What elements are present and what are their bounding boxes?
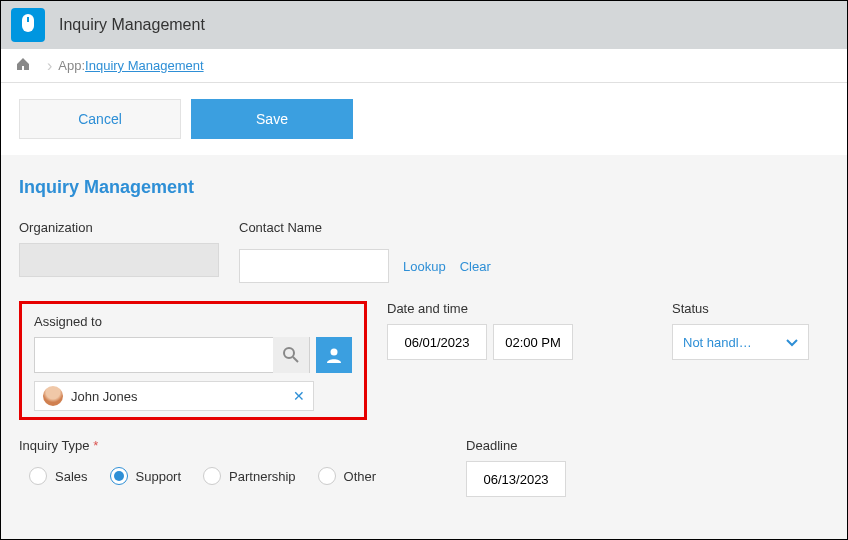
app-icon [11, 8, 45, 42]
radio-label: Sales [55, 469, 88, 484]
radio-icon [110, 467, 128, 485]
breadcrumb-prefix: App: [58, 58, 85, 73]
home-icon[interactable] [15, 56, 31, 75]
breadcrumb-link[interactable]: Inquiry Management [85, 58, 204, 73]
svg-rect-1 [27, 17, 29, 22]
app-title: Inquiry Management [59, 16, 205, 34]
clear-link[interactable]: Clear [460, 259, 491, 274]
status-dropdown[interactable]: Not handl… [672, 324, 809, 360]
contact-name-label: Contact Name [239, 220, 491, 235]
radio-label: Other [344, 469, 377, 484]
svg-rect-0 [22, 14, 34, 32]
organization-label: Organization [19, 220, 219, 235]
avatar [43, 386, 63, 406]
radio-support[interactable]: Support [110, 467, 182, 485]
inquiry-type-radios: SalesSupportPartnershipOther [19, 461, 386, 491]
cancel-button[interactable]: Cancel [19, 99, 181, 139]
status-label: Status [672, 301, 809, 316]
assigned-to-searchbox [34, 337, 310, 373]
radio-icon [318, 467, 336, 485]
assigned-to-input[interactable] [35, 348, 273, 363]
organization-field: Organization [19, 220, 219, 277]
action-bar: Cancel Save [1, 83, 847, 155]
organization-input[interactable] [19, 243, 219, 277]
date-input[interactable] [387, 324, 487, 360]
deadline-label: Deadline [466, 438, 566, 453]
radio-label: Partnership [229, 469, 295, 484]
radio-sales[interactable]: Sales [29, 467, 88, 485]
search-icon[interactable] [273, 337, 309, 373]
deadline-input[interactable] [466, 461, 566, 497]
contact-name-field: Contact Name Lookup Clear [239, 220, 491, 283]
inquiry-type-label: Inquiry Type * [19, 438, 386, 453]
svg-point-2 [284, 348, 294, 358]
radio-icon [29, 467, 47, 485]
chevron-down-icon [786, 335, 798, 350]
title-bar: Inquiry Management [1, 1, 847, 49]
user-picker-button[interactable] [316, 337, 352, 373]
contact-name-input[interactable] [239, 249, 389, 283]
lookup-link[interactable]: Lookup [403, 259, 446, 274]
page-title: Inquiry Management [19, 177, 829, 198]
save-button[interactable]: Save [191, 99, 353, 139]
assigned-user-chip: John Jones ✕ [34, 381, 314, 411]
radio-icon [203, 467, 221, 485]
svg-point-4 [331, 349, 338, 356]
status-field: Status Not handl… [672, 301, 809, 360]
svg-line-3 [293, 357, 298, 362]
inquiry-type-field: Inquiry Type * SalesSupportPartnershipOt… [19, 438, 386, 491]
radio-partnership[interactable]: Partnership [203, 467, 295, 485]
remove-user-icon[interactable]: ✕ [293, 388, 305, 404]
breadcrumb: › App: Inquiry Management [1, 49, 847, 83]
datetime-label: Date and time [387, 301, 573, 316]
chevron-right-icon: › [47, 57, 52, 75]
status-value: Not handl… [683, 335, 752, 350]
assigned-to-label: Assigned to [34, 314, 352, 329]
form-area: Inquiry Management Organization Contact … [1, 155, 847, 540]
assigned-to-highlight: Assigned to John Jones ✕ [19, 301, 367, 420]
time-input[interactable] [493, 324, 573, 360]
radio-other[interactable]: Other [318, 467, 377, 485]
assigned-user-name: John Jones [71, 389, 138, 404]
deadline-field: Deadline [466, 438, 566, 497]
datetime-field: Date and time [387, 301, 573, 360]
radio-label: Support [136, 469, 182, 484]
